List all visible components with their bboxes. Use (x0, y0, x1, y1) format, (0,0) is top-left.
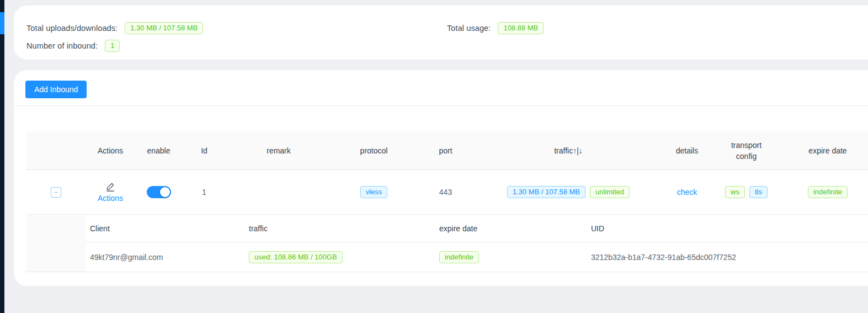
client-expire-tag: indefinite (439, 251, 479, 263)
header-traffic-sortable[interactable]: traffic↑|↓ (475, 131, 662, 169)
header-enable: enable (135, 131, 182, 169)
row-actions-menu[interactable]: Actions (98, 182, 123, 203)
total-uploads-downloads-label: Total uploads/downloads: (26, 24, 118, 33)
transport-ws-tag: ws (725, 186, 745, 198)
header-protocol: protocol (331, 131, 417, 169)
client-email: 49kt79nr@gmail.com (86, 253, 244, 262)
collapse-row-button[interactable]: - (51, 187, 61, 198)
header-actions: Actions (86, 131, 135, 169)
header-remark: remark (226, 131, 331, 169)
client-uid-value: 3212b32a-b1a7-4732-91ab-65dc007f7252 (587, 253, 868, 262)
expire-date-tag: indefinite (808, 186, 848, 198)
enable-toggle[interactable] (147, 186, 171, 198)
table-header-row: Actions enable Id remark protocol port t… (26, 131, 868, 170)
header-details: details (662, 131, 712, 169)
header-port: port (417, 131, 475, 169)
expanded-row: Client traffic expire date UID 49kt79nr@… (26, 214, 868, 272)
sidebar-active-indicator[interactable] (0, 12, 4, 34)
minus-icon: - (55, 188, 57, 197)
details-check-link[interactable]: check (677, 188, 697, 197)
header-id: Id (182, 131, 226, 169)
client-traffic-header: traffic (244, 224, 435, 233)
stat-total-usage: Total usage: 108.88 MB (447, 22, 544, 35)
header-expand (26, 131, 86, 169)
header-expire-date: expire date (781, 131, 868, 169)
header-transport-config: transport config (712, 131, 781, 169)
cell-remark (226, 170, 331, 214)
stats-card: Total uploads/downloads: 1.30 MB / 107.5… (14, 6, 868, 60)
inbound-row: - Actions 1 vless (26, 170, 868, 214)
expanded-row-indent (26, 215, 86, 272)
client-row: 49kt79nr@gmail.com used: 108.86 MB / 100… (86, 242, 868, 272)
toggle-knob (160, 187, 170, 197)
traffic-limit-tag: unlimited (590, 186, 630, 198)
total-uploads-downloads-badge: 1.30 MB / 107.58 MB (125, 22, 203, 34)
cell-port: 443 (417, 170, 475, 214)
number-of-inbound-badge: 1 (105, 40, 120, 52)
collapsed-sidebar (0, 0, 4, 313)
stat-number-of-inbound: Number of inbound: 1 (26, 39, 120, 52)
client-uid-header: UID (587, 224, 868, 233)
client-header: Client (86, 224, 244, 233)
number-of-inbound-label: Number of inbound: (26, 41, 98, 50)
row-actions-label: Actions (98, 194, 123, 203)
cell-id: 1 (182, 170, 226, 214)
stat-total-uploads-downloads: Total uploads/downloads: 1.30 MB / 107.5… (26, 22, 203, 35)
total-usage-badge: 108.88 MB (498, 22, 544, 34)
inbounds-card: Add Inbound Actions enable Id remark pro… (14, 70, 868, 286)
transport-tls-tag: tls (749, 186, 768, 198)
client-table-header-row: Client traffic expire date UID (86, 215, 868, 242)
toolbar-divider (14, 105, 868, 106)
add-inbound-button[interactable]: Add Inbound (25, 81, 87, 98)
protocol-tag: vless (360, 186, 388, 198)
client-expire-header: expire date (435, 224, 587, 233)
traffic-updown-tag: 1.30 MB / 107.58 MB (507, 186, 585, 198)
client-traffic-tag: used: 108.86 MB / 100GB (249, 251, 343, 263)
client-table: Client traffic expire date UID 49kt79nr@… (86, 215, 868, 272)
inbounds-table: Actions enable Id remark protocol port t… (26, 131, 868, 272)
edit-pencil-icon (105, 182, 116, 193)
total-usage-label: Total usage: (447, 24, 491, 33)
